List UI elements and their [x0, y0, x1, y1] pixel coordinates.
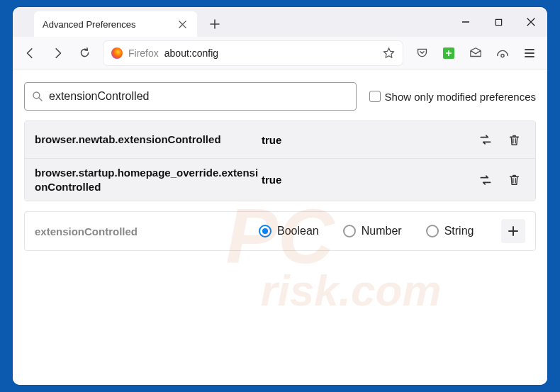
- checkbox-icon: [369, 91, 381, 102]
- show-modified-checkbox[interactable]: Show only modified preferences: [369, 91, 536, 103]
- type-radio-group: Boolean Number String: [259, 225, 490, 237]
- pref-value: true: [262, 174, 474, 186]
- radio-number[interactable]: Number: [343, 225, 402, 237]
- browser-window: Advanced Preferences: [13, 7, 547, 385]
- firefox-logo-icon: [111, 47, 123, 59]
- radio-icon: [259, 225, 271, 237]
- pref-value: true: [262, 134, 474, 146]
- radio-icon: [343, 225, 356, 237]
- titlebar: Advanced Preferences: [13, 7, 547, 37]
- window-controls: [449, 7, 547, 37]
- pref-search-input[interactable]: [49, 90, 349, 103]
- add-pref-button[interactable]: [501, 219, 525, 243]
- pref-list: browser.newtab.extensionControlled true …: [24, 121, 536, 201]
- pref-name: browser.newtab.extensionControlled: [35, 133, 262, 147]
- radio-icon: [426, 225, 439, 237]
- minimize-button[interactable]: [449, 7, 482, 37]
- radio-boolean[interactable]: Boolean: [259, 225, 319, 237]
- pref-search-box[interactable]: [24, 82, 357, 111]
- page-content: Show only modified preferences browser.n…: [13, 69, 547, 385]
- checkbox-label: Show only modified preferences: [385, 91, 536, 103]
- bookmark-star-icon[interactable]: [383, 47, 395, 59]
- account-icon[interactable]: [491, 41, 515, 65]
- nav-toolbar: Firefox about:config: [13, 37, 547, 69]
- pref-row: browser.startup.homepage_override.extens…: [25, 158, 535, 201]
- back-button[interactable]: [18, 41, 43, 65]
- new-pref-name: extensionControlled: [35, 225, 247, 237]
- tab-title: Advanced Preferences: [43, 19, 176, 30]
- maximize-button[interactable]: [482, 7, 515, 37]
- svg-point-1: [501, 54, 504, 57]
- radio-label: Number: [362, 225, 402, 237]
- browser-tab[interactable]: Advanced Preferences: [34, 11, 197, 37]
- url-bar[interactable]: Firefox about:config: [103, 41, 403, 65]
- pref-row: browser.newtab.extensionControlled true: [25, 121, 535, 158]
- mail-icon[interactable]: [464, 41, 488, 65]
- search-icon: [32, 91, 43, 102]
- pref-name: browser.startup.homepage_override.extens…: [35, 166, 262, 194]
- svg-point-2: [33, 92, 40, 99]
- radio-label: Boolean: [277, 225, 319, 237]
- window-close-button[interactable]: [515, 7, 547, 37]
- radio-string[interactable]: String: [426, 225, 474, 237]
- pocket-icon[interactable]: [410, 41, 434, 65]
- close-icon[interactable]: [176, 18, 189, 30]
- watermark-bottom: risk.com: [260, 271, 441, 310]
- search-row: Show only modified preferences: [24, 82, 536, 111]
- extension-icon[interactable]: [437, 41, 461, 65]
- new-pref-row: extensionControlled Boolean Number Strin…: [24, 211, 536, 251]
- toggle-button[interactable]: [474, 128, 497, 151]
- toggle-button[interactable]: [474, 169, 497, 191]
- delete-button[interactable]: [503, 128, 525, 151]
- svg-rect-0: [495, 19, 501, 25]
- new-tab-button[interactable]: [204, 13, 225, 35]
- reload-button[interactable]: [72, 41, 96, 65]
- radio-label: String: [444, 225, 474, 237]
- menu-button[interactable]: [517, 41, 542, 65]
- delete-button[interactable]: [503, 169, 525, 191]
- url-text: about:config: [164, 47, 218, 59]
- url-scheme-label: Firefox: [128, 47, 159, 59]
- forward-button[interactable]: [45, 41, 69, 65]
